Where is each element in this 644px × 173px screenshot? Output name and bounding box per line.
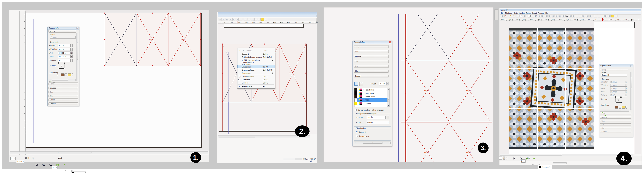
tab-form[interactable]: Form: [48, 83, 78, 85]
workspace-canvas[interactable]: Eigenschaften x X, Y, Z Name Gruppe11 Ge…: [500, 21, 641, 154]
previous-page-icon[interactable]: [533, 157, 535, 160]
canvas-hscrollbar[interactable]: ≡: [10, 151, 208, 154]
palette-vscrollbar[interactable]: ≡: [76, 33, 78, 81]
zoom-100-icon[interactable]: 1: [42, 164, 44, 166]
close-icon[interactable]: x: [76, 27, 78, 29]
overprint-radio[interactable]: [356, 135, 358, 137]
pdf-button-icon[interactable]: [258, 18, 260, 21]
color-row-registration[interactable]: ⊕ Registration: [354, 88, 390, 91]
group-icon[interactable]: [615, 106, 618, 109]
pdf-textfield-icon[interactable]: [594, 15, 597, 18]
tab-gruppe[interactable]: Gruppe: [600, 116, 631, 118]
tab-linien[interactable]: Linien: [48, 98, 78, 101]
x-position-stepper[interactable]: ▲▼: [70, 44, 72, 47]
image-frame-x[interactable]: [105, 13, 137, 66]
y-position-field[interactable]: 0,00 pt: [58, 48, 70, 51]
a-tool-icon[interactable]: [219, 18, 222, 21]
knockout-radio[interactable]: [356, 131, 358, 133]
selection-handle[interactable]: [306, 101, 306, 102]
next-page-icon[interactable]: [64, 170, 66, 172]
zoom-out-icon[interactable]: −: [506, 157, 508, 160]
selection-handle[interactable]: [222, 101, 223, 102]
menubar[interactable]: [218, 15, 316, 17]
height-field[interactable]: 1,00 pt: [610, 90, 625, 93]
rotation-stepper[interactable]: ▲▼: [625, 94, 627, 96]
image-edit-icon[interactable]: [222, 18, 225, 21]
redo-icon[interactable]: ↷: [513, 15, 516, 18]
pdf-link-bolt-icon[interactable]: [265, 18, 268, 21]
lock-size-icon[interactable]: [626, 106, 627, 109]
width-field[interactable]: 596,61 pt: [58, 52, 70, 55]
horizontal-ruler[interactable]: -650-600-550-500-450-400-350-300-250-200…: [500, 18, 641, 21]
rotate-icon[interactable]: [562, 15, 565, 18]
color-row-white-selected[interactable]: White: [354, 98, 390, 102]
name-field[interactable]: Gruppe11: [601, 74, 627, 76]
y-position-stepper[interactable]: ▲▼: [70, 48, 72, 51]
palette-title[interactable]: Eigenschaften: [48, 27, 79, 30]
palette-hscrollbar[interactable]: [600, 110, 629, 111]
horizontal-ruler[interactable]: 050100150200250300350400450500550600650: [218, 21, 316, 24]
window-titlebar[interactable]: ment-1*]: [500, 9, 641, 12]
menu-einfuegen[interactable]: Einfügen: [505, 12, 512, 14]
menu-item-groessenaenderung[interactable]: Größenänderung gesperrtCtrl+Shift+L: [238, 55, 275, 59]
pdf-button-icon[interactable]: [608, 15, 611, 18]
menu-item-kopieren[interactable]: KopierenCtrl+C: [238, 78, 275, 81]
lock-icon[interactable]: [622, 106, 625, 109]
edit-line-color-button[interactable]: ✎: [354, 82, 358, 86]
tab-bild[interactable]: Bild: [600, 123, 631, 126]
previous-page-icon[interactable]: [63, 164, 66, 166]
insert-line-icon[interactable]: [552, 15, 554, 18]
measure-icon[interactable]: [582, 15, 585, 18]
insert-polygon-icon[interactable]: [548, 15, 551, 18]
copy-properties-icon[interactable]: [586, 15, 589, 18]
color-list-scrollbar[interactable]: ▲ ≡ ▼: [387, 88, 390, 107]
canvas-hscrollbar[interactable]: [218, 135, 310, 138]
menu-ansicht[interactable]: Ansicht: [519, 12, 525, 14]
menu-item-rueckgaengig[interactable]: ↶RückgängigCtrl+Z: [238, 49, 275, 52]
selection-handle[interactable]: [104, 39, 105, 40]
pdf-link-bolt-icon[interactable]: [615, 15, 618, 18]
tab-form[interactable]: Form: [600, 113, 631, 115]
x-position-field[interactable]: 0,00 pt: [58, 44, 70, 47]
pdf-textfield-icon[interactable]: [244, 18, 247, 21]
tab-bild[interactable]: Bild: [48, 95, 78, 97]
tab-gruppe[interactable]: Gruppe: [354, 55, 389, 58]
width-stepper[interactable]: ▲▼: [625, 87, 627, 90]
pdf-annotation-icon[interactable]: [611, 15, 614, 18]
vertical-ruler[interactable]: [19, 11, 26, 156]
selection-handle[interactable]: [222, 44, 223, 45]
measure-icon[interactable]: [232, 18, 235, 21]
tile-frame-clip[interactable]: mirjah: [406, 122, 449, 162]
tonwert-stepper[interactable]: ▲▼: [386, 82, 388, 85]
tab-xyz[interactable]: X, Y, Z: [48, 30, 76, 33]
window-titlebar[interactable]: [218, 12, 317, 15]
menu-extras[interactable]: Extras: [526, 12, 531, 14]
pdf-combobox-icon[interactable]: [254, 18, 257, 21]
tab-farben[interactable]: Farben: [600, 131, 631, 133]
color-row-rich-black[interactable]: Rich Black: [354, 91, 390, 95]
pdf-listbox-icon[interactable]: [598, 15, 600, 18]
opacity-stepper[interactable]: ▲▼: [387, 116, 389, 119]
insert-text-frame-icon[interactable]: [531, 15, 534, 18]
tab-gruppe[interactable]: Gruppe: [48, 87, 78, 89]
selection-handle[interactable]: [306, 44, 306, 45]
document-icon[interactable]: [501, 15, 504, 18]
link-frames-icon[interactable]: [226, 18, 228, 21]
menu-item-eigenschaften[interactable]: ✓EigenschaftenF2: [238, 85, 275, 88]
tab-xyz[interactable]: X, Y, Z: [600, 69, 628, 71]
pdf-icon[interactable]: P: [504, 15, 507, 18]
rotation-field[interactable]: 0,0 °: [58, 59, 70, 62]
edit-fill-color-button[interactable]: ◌: [359, 82, 364, 86]
next-page-icon[interactable]: [532, 163, 534, 166]
copy-icon[interactable]: [520, 15, 522, 18]
pdf-listbox-icon[interactable]: [248, 18, 250, 21]
tile-frame-clip[interactable]: mirjah: [449, 14, 490, 59]
selection-handle[interactable]: [264, 44, 265, 45]
tile-photo-group[interactable]: [509, 28, 594, 149]
tab-bild[interactable]: Bild: [354, 65, 389, 68]
menu-objekt-partial[interactable]: kt: [501, 12, 503, 14]
menu-item-fuellmuster[interactable]: Zu Füllmustern hinzufügen: [238, 62, 275, 65]
menu-hilfe[interactable]: Hilfe: [544, 12, 548, 14]
lock-icon[interactable]: [68, 73, 71, 76]
first-page-icon[interactable]: [56, 164, 58, 166]
